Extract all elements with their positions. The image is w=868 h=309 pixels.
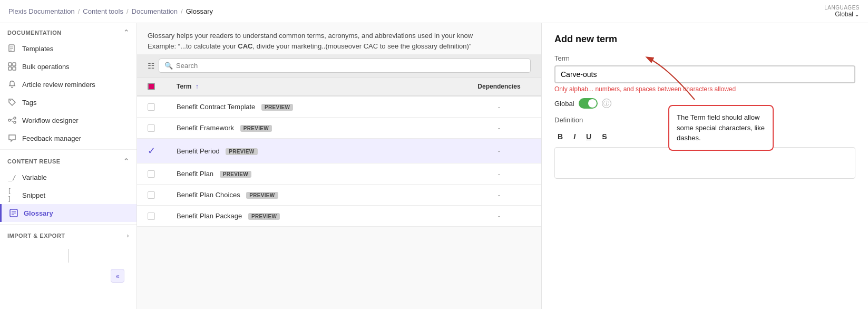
table-row: Benefit Contract Template Preview-	[137, 96, 541, 118]
row-checkbox-cell[interactable]	[137, 185, 166, 206]
sidebar-item-label: Article review reminders	[22, 81, 95, 89]
term-cell[interactable]: Benefit Plan Package Preview	[166, 206, 457, 227]
check-icon: ✓	[148, 146, 155, 156]
content-area: Glossary helps your readers to understan…	[137, 23, 541, 309]
glossary-toolbar: ☷ 🔍	[137, 54, 541, 78]
term-text: Benefit Plan Package	[177, 212, 242, 220]
term-cell[interactable]: Benefit Plan Choices Preview	[166, 185, 457, 206]
row-checkbox[interactable]	[148, 103, 155, 111]
term-label: Term	[554, 54, 855, 62]
row-checkbox-cell[interactable]	[137, 206, 166, 227]
breadcrumb-sep-3: /	[181, 7, 183, 15]
row-checkbox[interactable]	[148, 170, 155, 178]
content-reuse-label: CONTENT REUSE	[7, 158, 61, 165]
toggle-thumb	[588, 99, 597, 108]
sidebar-item-workflow-designer[interactable]: Workflow designer	[0, 111, 136, 129]
definition-textarea[interactable]	[554, 147, 855, 179]
bold-button[interactable]: B	[555, 131, 565, 142]
sidebar-item-label: Snippet	[22, 191, 45, 199]
sidebar-item-label: Bulk operations	[22, 63, 70, 71]
term-cell[interactable]: Benefit Plan Preview	[166, 163, 457, 185]
sidebar-item-article-review[interactable]: Article review reminders	[0, 75, 136, 93]
preview-badge: Preview	[261, 104, 293, 111]
collapse-sidebar-button[interactable]: «	[111, 269, 124, 283]
content-description: Glossary helps your readers to understan…	[148, 31, 531, 41]
sidebar-item-bulk-operations[interactable]: Bulk operations	[0, 57, 136, 75]
strikethrough-button[interactable]: S	[600, 131, 609, 142]
languages-label: LANGUAGES	[824, 5, 860, 11]
global-toggle[interactable]	[579, 98, 598, 109]
sidebar-import-export[interactable]: IMPORT & EXPORT ›	[0, 227, 136, 245]
term-text: Benefit Framework	[177, 124, 234, 132]
search-box[interactable]: 🔍	[159, 59, 531, 73]
row-checkbox-cell[interactable]: ✓	[137, 139, 166, 163]
term-cell[interactable]: Benefit Framework Preview	[166, 118, 457, 139]
preview-badge: Preview	[226, 148, 257, 155]
table-row: Benefit Plan Package Preview-	[137, 206, 541, 227]
doc-icon	[7, 44, 17, 53]
breadcrumb: Plexis Documentation / Content tools / D…	[8, 7, 213, 15]
filter-icon[interactable]: ☷	[148, 61, 154, 71]
search-input[interactable]	[176, 62, 525, 70]
breadcrumb-documentation[interactable]: Documentation	[132, 7, 178, 15]
breadcrumb-content-tools[interactable]: Content tools	[83, 7, 123, 15]
sidebar-item-feedback-manager[interactable]: Feedback manager	[0, 129, 136, 147]
sidebar-item-glossary[interactable]: Glossary	[0, 204, 136, 222]
row-checkbox-cell[interactable]	[137, 163, 166, 185]
table-row: Benefit Framework Preview-	[137, 118, 541, 139]
term-cell[interactable]: Benefit Contract Template Preview	[166, 96, 457, 118]
table-row: Benefit Plan Preview-	[137, 163, 541, 185]
preview-badge: Preview	[248, 213, 280, 220]
sidebar-item-snippet[interactable]: [ ] Snippet	[0, 186, 136, 204]
info-icon[interactable]: ⓘ	[602, 99, 611, 108]
svg-rect-6	[8, 67, 12, 70]
sidebar-divider-2	[0, 224, 136, 225]
row-checkbox[interactable]	[148, 191, 155, 199]
breadcrumb-plexis[interactable]: Plexis Documentation	[8, 7, 75, 15]
sidebar-item-label: Tags	[22, 99, 36, 107]
terms-table: Term ↑ Dependencies Benefit Contract Tem…	[137, 78, 541, 227]
sidebar-item-label: Feedback manager	[22, 134, 81, 142]
glossary-icon	[9, 208, 18, 218]
table-row: ✓Benefit Period Preview-	[137, 139, 541, 163]
underline-button[interactable]: U	[584, 131, 593, 142]
vertical-divider	[68, 249, 69, 263]
header-checkbox[interactable]	[148, 83, 155, 90]
language-selector[interactable]: LANGUAGES Global ⌄	[824, 5, 860, 18]
definition-toolbar: B I U S	[554, 128, 855, 145]
dependencies-cell: -	[457, 163, 541, 185]
sidebar-item-templates[interactable]: Templates	[0, 40, 136, 57]
sidebar-item-label: Workflow designer	[22, 117, 79, 124]
glossary-table: Term ↑ Dependencies Benefit Contract Tem…	[137, 78, 541, 309]
sidebar-section-content-reuse[interactable]: CONTENT REUSE ⌃	[0, 152, 136, 168]
term-input[interactable]	[561, 70, 849, 79]
language-value[interactable]: Global ⌄	[835, 11, 860, 18]
col-dependencies: Dependencies	[457, 78, 541, 96]
col-term: Term ↑	[166, 78, 457, 96]
sidebar-item-tags[interactable]: Tags	[0, 93, 136, 111]
feedback-icon	[7, 133, 17, 143]
sidebar-section-documentation[interactable]: DOCUMENTATION ⌃	[0, 23, 136, 40]
breadcrumb-glossary: Glossary	[186, 7, 213, 15]
row-checkbox-cell[interactable]	[137, 118, 166, 139]
italic-button[interactable]: I	[571, 131, 578, 142]
dependencies-cell: -	[457, 118, 541, 139]
row-checkbox[interactable]	[148, 213, 155, 220]
definition-label: Definition	[554, 116, 855, 124]
snippet-icon: [ ]	[7, 190, 17, 200]
global-row: Global ⓘ	[554, 98, 855, 109]
sidebar-item-variable[interactable]: _/ Variable	[0, 168, 136, 186]
svg-point-10	[14, 117, 16, 119]
row-checkbox[interactable]	[148, 124, 155, 132]
row-checkbox-cell[interactable]	[137, 96, 166, 118]
sort-icon[interactable]: ↑	[196, 83, 199, 90]
table-row: Benefit Plan Choices Preview-	[137, 185, 541, 206]
right-panel: Add new term Term Only alphab... numbers…	[541, 23, 868, 309]
term-input-wrap[interactable]	[554, 65, 855, 83]
term-text: Benefit Plan	[177, 170, 213, 178]
sidebar-divider-1	[0, 149, 136, 150]
term-cell[interactable]: Benefit Period Preview	[166, 139, 457, 163]
dependencies-cell: -	[457, 139, 541, 163]
dependencies-cell: -	[457, 206, 541, 227]
term-text: Benefit Contract Template	[177, 103, 255, 111]
